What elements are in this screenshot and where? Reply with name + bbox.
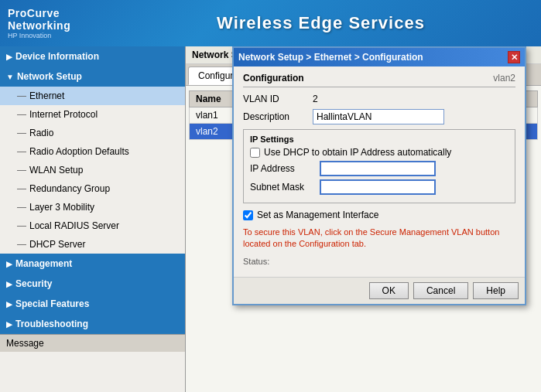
- sidebar-item-redundancy-group[interactable]: — Redundancy Group: [0, 179, 185, 198]
- description-input[interactable]: [313, 109, 444, 124]
- dialog-titlebar: Network Setup > Ethernet > Configuration…: [234, 48, 525, 66]
- ip-address-row: IP Address: [250, 161, 508, 176]
- sidebar-label-security: Security: [15, 278, 52, 289]
- dot-icon: —: [17, 146, 26, 157]
- sidebar-label-layer-3-mobility: Layer 3 Mobility: [29, 202, 94, 213]
- message-label: Message: [6, 338, 44, 349]
- sidebar-label-wlan-setup: WLAN Setup: [29, 165, 83, 176]
- sidebar-label-device-information: Device Information: [15, 51, 99, 62]
- sidebar-item-internet-protocol[interactable]: — Internet Protocol: [0, 105, 185, 124]
- dialog-footer: OK Cancel Help: [234, 277, 525, 304]
- dhcp-checkbox-label: Use DHCP to obtain IP Address automatica…: [264, 147, 451, 158]
- chevron-right-icon: ▶: [6, 300, 12, 308]
- sidebar-label-ethernet: Ethernet: [29, 90, 64, 101]
- ip-settings-legend: IP Settings: [250, 135, 508, 144]
- dot-icon: —: [17, 183, 26, 194]
- warning-text: To secure this VLAN, click on the Secure…: [243, 227, 515, 251]
- subnet-mask-row: Subnet Mask: [250, 179, 508, 195]
- sidebar-item-troubleshooting[interactable]: ▶ Troubleshooting: [0, 314, 185, 334]
- logo: ProCurve Networking HP Innovation: [8, 4, 108, 43]
- sidebar-item-dhcp-server[interactable]: — DHCP Server: [0, 235, 185, 254]
- chevron-right-icon: ▶: [6, 320, 12, 329]
- sidebar-item-security[interactable]: ▶ Security: [0, 274, 185, 294]
- sidebar-item-radio[interactable]: — Radio: [0, 124, 185, 142]
- main-layout: ▶ Device Information ▼ Network Setup — E…: [0, 46, 541, 392]
- logo-title: ProCurve Networking: [8, 7, 108, 32]
- dhcp-checkbox-row[interactable]: Use DHCP to obtain IP Address automatica…: [250, 147, 508, 158]
- chevron-down-icon: ▼: [6, 73, 14, 81]
- sidebar-label-network-setup: Network Setup: [17, 71, 82, 82]
- vlan-id-row: VLAN ID 2: [243, 94, 515, 104]
- sidebar-item-wlan-setup[interactable]: — WLAN Setup: [0, 161, 185, 179]
- status-label: Status:: [243, 257, 515, 266]
- description-label: Description: [243, 111, 313, 122]
- description-row: Description: [243, 109, 515, 124]
- message-bar: Message: [0, 334, 185, 352]
- sidebar-label-management: Management: [15, 258, 72, 269]
- dot-icon: —: [17, 202, 26, 213]
- sidebar-label-special-features: Special Features: [15, 298, 89, 309]
- cancel-button[interactable]: Cancel: [413, 282, 468, 299]
- header: ProCurve Networking HP Innovation Wirele…: [0, 0, 541, 46]
- sidebar-item-radio-adoption-defaults[interactable]: — Radio Adoption Defaults: [0, 142, 185, 161]
- mgmt-checkbox[interactable]: [243, 210, 253, 220]
- sidebar-label-radio: Radio: [29, 128, 53, 138]
- vlan-id-value: 2: [313, 94, 318, 104]
- dialog-vlan-id-label: vlan2: [493, 73, 515, 84]
- logo-subtitle: HP Innovation: [8, 32, 51, 39]
- dot-icon: —: [17, 165, 26, 176]
- dialog-section-title: Configuration: [243, 73, 304, 84]
- configuration-dialog: Network Setup > Ethernet > Configuration…: [232, 46, 526, 305]
- dialog-body: Configuration vlan2 VLAN ID 2 Descriptio…: [234, 66, 525, 277]
- sidebar-label-redundancy-group: Redundancy Group: [29, 183, 110, 194]
- page-title: Wireless Edge Services: [108, 13, 533, 33]
- dot-icon: —: [17, 220, 26, 231]
- dot-icon: —: [17, 90, 26, 101]
- dot-icon: —: [17, 128, 26, 138]
- close-button[interactable]: ✕: [508, 51, 520, 63]
- ip-settings-group: IP Settings Use DHCP to obtain IP Addres…: [243, 129, 515, 203]
- sidebar-item-ethernet[interactable]: — Ethernet: [0, 87, 185, 105]
- subnet-mask-label: Subnet Mask: [250, 182, 320, 193]
- sidebar-item-device-information[interactable]: ▶ Device Information: [0, 46, 185, 66]
- ok-button[interactable]: OK: [369, 282, 409, 299]
- ip-address-label: IP Address: [250, 163, 320, 174]
- mgmt-checkbox-label: Set as Management Interface: [257, 210, 378, 220]
- ip-address-input[interactable]: [320, 161, 436, 176]
- help-button[interactable]: Help: [473, 282, 519, 299]
- sidebar-item-local-radius-server[interactable]: — Local RADIUS Server: [0, 216, 185, 235]
- sidebar-label-local-radius-server: Local RADIUS Server: [29, 220, 119, 231]
- sidebar-label-dhcp-server: DHCP Server: [29, 239, 85, 250]
- chevron-right-icon: ▶: [6, 53, 12, 61]
- chevron-right-icon: ▶: [6, 260, 12, 268]
- dialog-header-row: Configuration vlan2: [243, 73, 515, 87]
- sidebar-item-layer-3-mobility[interactable]: — Layer 3 Mobility: [0, 198, 185, 216]
- content-area: Network Setup > Ethernet Configuration S…: [186, 46, 541, 392]
- dot-icon: —: [17, 109, 26, 120]
- subnet-mask-input[interactable]: [320, 179, 436, 195]
- mgmt-checkbox-row[interactable]: Set as Management Interface: [243, 210, 515, 220]
- sidebar-label-troubleshooting: Troubleshooting: [15, 319, 88, 329]
- vlan-id-field-label: VLAN ID: [243, 94, 313, 104]
- sidebar-item-management[interactable]: ▶ Management: [0, 254, 185, 274]
- sidebar-label-radio-adoption-defaults: Radio Adoption Defaults: [29, 146, 129, 157]
- dot-icon: —: [17, 239, 26, 250]
- chevron-right-icon: ▶: [6, 280, 12, 288]
- sidebar-item-special-features[interactable]: ▶ Special Features: [0, 294, 185, 314]
- sidebar: ▶ Device Information ▼ Network Setup — E…: [0, 46, 186, 392]
- sidebar-item-network-setup[interactable]: ▼ Network Setup: [0, 66, 185, 87]
- dhcp-checkbox[interactable]: [250, 148, 260, 158]
- sidebar-label-internet-protocol: Internet Protocol: [29, 109, 98, 120]
- dialog-title: Network Setup > Ethernet > Configuration: [238, 52, 423, 63]
